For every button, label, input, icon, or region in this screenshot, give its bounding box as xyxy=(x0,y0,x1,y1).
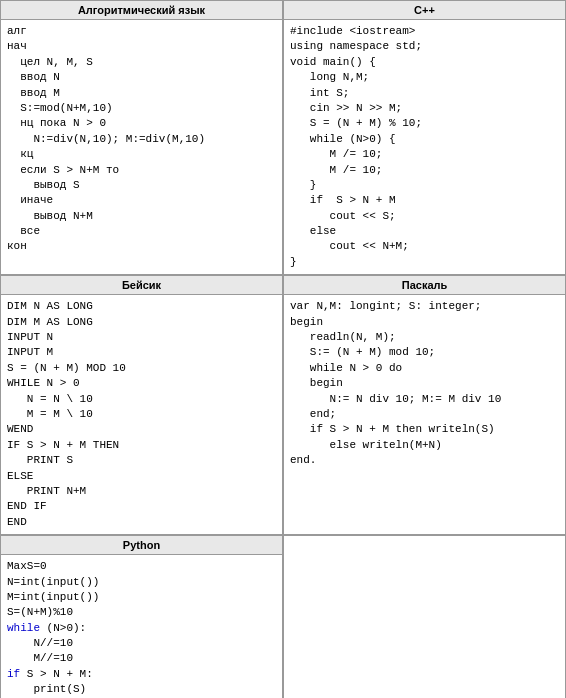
content-basic: DIM N AS LONG DIM M AS LONG INPUT N INPU… xyxy=(1,295,282,534)
header-alg: Алгоритмический язык xyxy=(1,1,282,20)
content-empty xyxy=(284,536,565,544)
header-basic: Бейсик xyxy=(1,276,282,295)
content-pascal: var N,M: longint; S: integer; begin read… xyxy=(284,295,565,472)
cell-python: Python MaxS=0 N=int(input()) M=int(input… xyxy=(0,535,283,698)
cell-cpp: C++ #include <iostream> using namespace … xyxy=(283,0,566,275)
content-cpp: #include <iostream> using namespace std;… xyxy=(284,20,565,274)
header-pascal: Паскаль xyxy=(284,276,565,295)
header-cpp: C++ xyxy=(284,1,565,20)
cell-alg: Алгоритмический язык алг нач цел N, M, S… xyxy=(0,0,283,275)
header-python: Python xyxy=(1,536,282,555)
content-alg: алг нач цел N, M, S ввод N ввод M S:=mod… xyxy=(1,20,282,259)
cell-pascal: Паскаль var N,M: longint; S: integer; be… xyxy=(283,275,566,535)
cell-empty xyxy=(283,535,566,698)
cell-basic: Бейсик DIM N AS LONG DIM M AS LONG INPUT… xyxy=(0,275,283,535)
content-python: MaxS=0 N=int(input()) M=int(input()) S=(… xyxy=(1,555,282,698)
main-grid: Алгоритмический язык алг нач цел N, M, S… xyxy=(0,0,566,698)
